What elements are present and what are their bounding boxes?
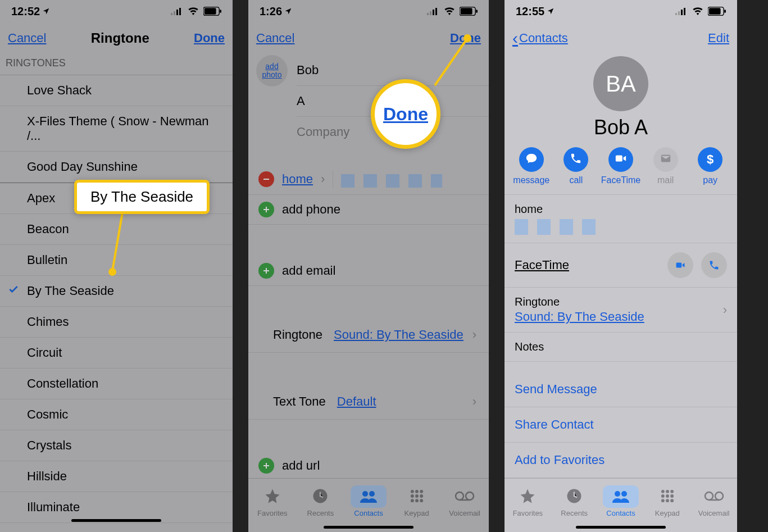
svg-rect-40: [675, 13, 677, 15]
chevron-right-icon: ›: [321, 172, 325, 187]
svg-point-63: [715, 492, 723, 500]
ringtone-row[interactable]: Illuminate: [0, 492, 233, 523]
avatar: BA: [593, 56, 648, 111]
ringtone-section[interactable]: Ringtone Sound: By The Seaside ›: [505, 288, 737, 333]
ringtone-row[interactable]: Ringtone Sound: By The Seaside ›: [248, 317, 489, 353]
phone-label[interactable]: home: [282, 172, 313, 187]
svg-point-51: [615, 491, 620, 497]
ringtone-row[interactable]: By The Seaside: [0, 276, 233, 307]
tab-recents[interactable]: Recents: [297, 479, 345, 532]
tab-keypad[interactable]: Keypad: [644, 479, 690, 532]
back-button[interactable]: ‹ Contacts: [512, 29, 568, 48]
svg-rect-6: [220, 10, 221, 13]
svg-point-29: [410, 494, 413, 498]
facetime-label: FaceTime: [515, 258, 569, 272]
ringtone-row[interactable]: Cosmic: [0, 399, 233, 430]
add-url-button[interactable]: add url: [248, 451, 489, 480]
ringtone-label: Beacon: [27, 222, 69, 237]
status-bar: 12:55: [505, 0, 737, 22]
ringtone-row[interactable]: Constellation: [0, 369, 233, 399]
edit-button[interactable]: Edit: [708, 31, 729, 46]
action-facetime[interactable]: FaceTime: [600, 147, 642, 185]
battery-icon: [203, 7, 221, 16]
tab-contacts[interactable]: Contacts: [598, 479, 644, 532]
ringtone-row[interactable]: X-Files Theme ( Snow - Newman /...: [0, 106, 233, 152]
home-indicator[interactable]: [71, 519, 161, 522]
wifi-icon: [692, 7, 703, 15]
ringtone-label: Chimes: [27, 315, 69, 329]
battery-icon: [708, 7, 726, 16]
video-icon: [614, 152, 628, 167]
svg-point-31: [420, 494, 423, 498]
svg-point-8: [108, 268, 116, 276]
svg-rect-5: [205, 8, 216, 14]
action-call[interactable]: call: [555, 147, 597, 185]
svg-rect-43: [684, 8, 685, 15]
ringtone-label: Bulletin: [27, 253, 67, 267]
share-contact-button[interactable]: Share Contact: [505, 407, 737, 443]
texttone-row[interactable]: Text Tone Default ›: [248, 384, 489, 420]
tab-keypad[interactable]: Keypad: [393, 479, 441, 532]
home-indicator[interactable]: [576, 526, 666, 529]
tab-voicemail[interactable]: Voicemail: [690, 479, 737, 532]
tab-voicemail[interactable]: Voicemail: [440, 479, 489, 532]
done-button[interactable]: Done: [194, 31, 225, 46]
phone-section[interactable]: home: [505, 195, 737, 243]
svg-rect-47: [616, 156, 622, 162]
ringtone-label: Constellation: [27, 376, 98, 391]
action-mail: mail: [645, 147, 687, 185]
action-pay[interactable]: $ pay: [689, 147, 731, 185]
facetime-audio-button[interactable]: [701, 252, 727, 278]
tab-favorites[interactable]: Favorites: [248, 479, 297, 532]
svg-point-62: [705, 492, 713, 500]
add-email-button[interactable]: add email: [248, 256, 489, 286]
notes-section[interactable]: Notes: [505, 333, 737, 362]
phone-row-home[interactable]: home ›: [248, 164, 489, 195]
ringtone-label: Crystals: [27, 438, 71, 453]
ringtone-label: Illuminate: [27, 500, 80, 515]
tab-favorites[interactable]: Favorites: [505, 479, 551, 532]
add-photo-button[interactable]: addphoto: [256, 55, 288, 87]
ringtone-row[interactable]: Love Shack: [0, 75, 233, 106]
facetime-video-button[interactable]: [667, 252, 693, 278]
plus-icon: [258, 458, 274, 474]
svg-point-57: [666, 494, 669, 498]
contacts-icon: [359, 488, 378, 506]
ringtone-row[interactable]: Circuit: [0, 338, 233, 369]
ringtone-label: Apex: [27, 191, 55, 206]
ringtone-row[interactable]: Hillside: [0, 461, 233, 492]
callout-seaside: By The Seaside: [74, 180, 210, 214]
cancel-button[interactable]: Cancel: [256, 31, 294, 46]
ringtone-label: Circuit: [27, 345, 62, 360]
send-message-button[interactable]: Send Message: [505, 372, 737, 407]
ringtone-label: X-Files Theme ( Snow - Newman /...: [27, 114, 226, 143]
section-header: RINGTONES: [0, 54, 233, 75]
ringtone-row[interactable]: Chimes: [0, 307, 233, 338]
svg-rect-15: [476, 10, 478, 13]
add-phone-button[interactable]: add phone: [248, 195, 489, 225]
ringtone-row[interactable]: Crystals: [0, 430, 233, 461]
keypad-icon: [409, 488, 425, 506]
add-to-favorites-button[interactable]: Add to Favorites: [505, 443, 737, 478]
svg-rect-49: [676, 263, 682, 268]
ringtone-row[interactable]: Night Owl: [0, 523, 233, 532]
svg-rect-20: [263, 270, 269, 271]
pay-icon: $: [707, 152, 714, 167]
tab-recents[interactable]: Recents: [551, 479, 598, 532]
nav-bar: ‹ Contacts Edit: [505, 22, 737, 54]
svg-rect-3: [179, 8, 181, 15]
callout-done: Done: [371, 79, 440, 149]
cancel-button[interactable]: Cancel: [8, 31, 46, 46]
phone-icon: [570, 152, 582, 167]
tab-bar: Favorites Recents Contacts Keypad Voicem…: [248, 478, 489, 532]
tab-contacts[interactable]: Contacts: [344, 479, 393, 532]
add-email-label: add email: [282, 263, 335, 278]
svg-rect-18: [263, 209, 269, 210]
ringtone-row[interactable]: Good Day Sunshine: [0, 152, 233, 183]
home-indicator[interactable]: [324, 526, 413, 529]
texttone-label: Text Tone: [273, 394, 326, 409]
minus-icon[interactable]: [258, 171, 274, 187]
action-message[interactable]: message: [511, 147, 552, 185]
svg-line-38: [435, 38, 467, 85]
svg-rect-1: [174, 11, 175, 15]
